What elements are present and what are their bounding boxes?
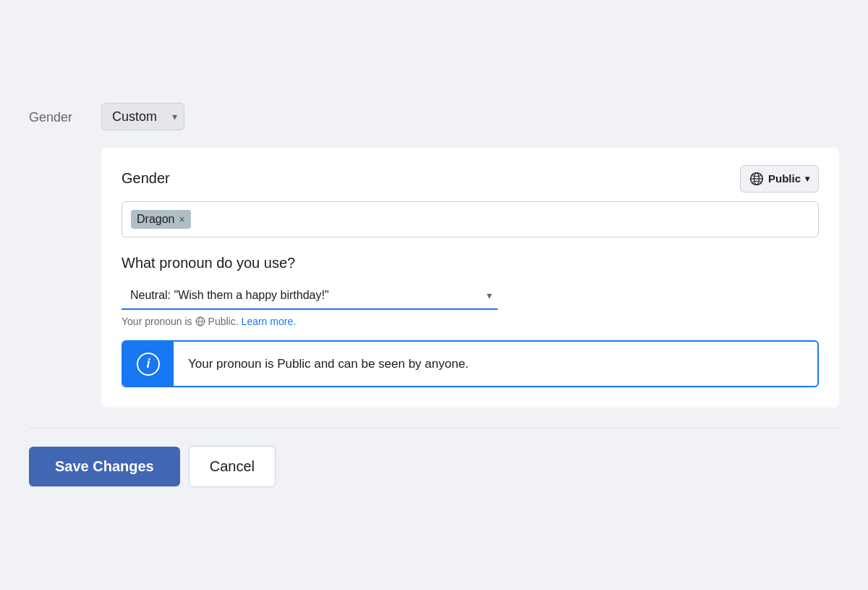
gender-field-header: Gender Public ▾ bbox=[122, 165, 819, 193]
privacy-button[interactable]: Public ▾ bbox=[740, 165, 819, 193]
info-box-text: Your pronoun is Public and can be seen b… bbox=[174, 342, 483, 387]
pronoun-select-wrapper: Neutral: "Wish them a happy birthday!" F… bbox=[122, 282, 498, 310]
save-button[interactable]: Save Changes bbox=[29, 447, 180, 486]
gender-select-wrapper: Male Female Custom ▾ bbox=[101, 103, 184, 130]
globe-icon bbox=[749, 172, 764, 186]
privacy-label: Public bbox=[768, 172, 801, 185]
info-box: i Your pronoun is Public and can be seen… bbox=[122, 340, 819, 388]
pronoun-privacy-note: Your pronoun is Public. Learn more. bbox=[122, 316, 819, 327]
gender-dropdown[interactable]: Male Female Custom bbox=[101, 103, 184, 130]
gender-main-label: Gender bbox=[29, 103, 87, 125]
cancel-button[interactable]: Cancel bbox=[189, 446, 276, 487]
divider bbox=[29, 428, 839, 429]
gender-row: Gender Male Female Custom ▾ bbox=[29, 103, 839, 130]
actions-row: Save Changes Cancel bbox=[29, 446, 839, 487]
pronoun-dropdown[interactable]: Neutral: "Wish them a happy birthday!" F… bbox=[122, 282, 498, 310]
gender-field-title: Gender bbox=[122, 170, 170, 187]
privacy-chevron-icon: ▾ bbox=[805, 174, 809, 184]
gender-tag: Dragon × bbox=[131, 210, 191, 229]
info-box-icon-side: i bbox=[123, 342, 174, 387]
gender-tag-input[interactable]: Dragon × bbox=[122, 201, 819, 237]
pronoun-privacy-prefix: Your pronoun is bbox=[122, 316, 192, 327]
form-container: Gender Male Female Custom ▾ Gender bbox=[0, 81, 868, 510]
gender-tag-remove[interactable]: × bbox=[179, 214, 184, 224]
pronoun-section: What pronoun do you use? Neutral: "Wish … bbox=[122, 255, 819, 388]
gender-tag-text: Dragon bbox=[137, 213, 174, 226]
pronoun-title: What pronoun do you use? bbox=[122, 255, 819, 271]
learn-more-link[interactable]: Learn more. bbox=[242, 316, 296, 327]
info-icon: i bbox=[137, 353, 160, 376]
pronoun-globe-icon bbox=[195, 316, 205, 326]
pronoun-privacy-suffix: Public. bbox=[208, 316, 239, 327]
gender-detail-section: Gender Public ▾ Dragon × bbox=[101, 148, 839, 408]
